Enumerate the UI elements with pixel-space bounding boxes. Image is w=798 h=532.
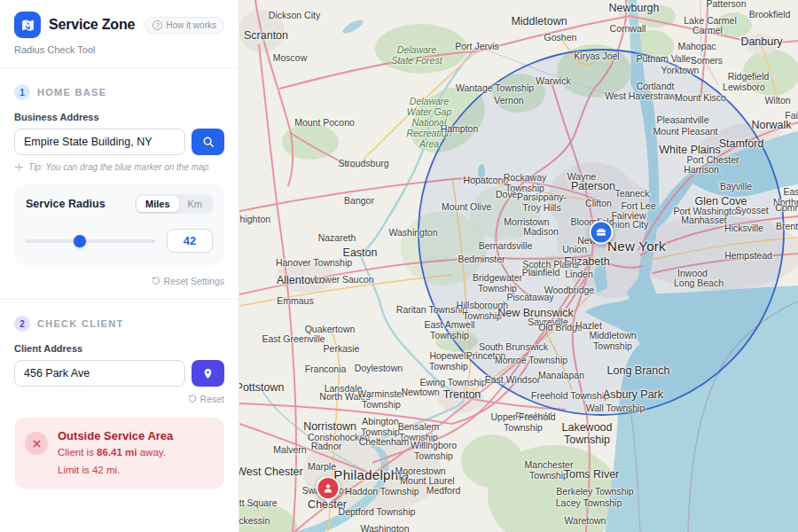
- section-title-check-client: CHECK CLIENT: [37, 318, 124, 329]
- result-distance-line: Client is 86.41 mi away.: [58, 446, 173, 460]
- unit-km-option[interactable]: Km: [179, 196, 212, 212]
- map-icon: [20, 18, 35, 33]
- unit-toggle: Miles Km: [135, 194, 213, 214]
- location-pin-icon: [202, 368, 214, 379]
- client-address-input[interactable]: [14, 360, 185, 387]
- business-address-input[interactable]: [14, 129, 185, 155]
- sidebar: Service Zone ? How it works Radius Check…: [0, 0, 239, 532]
- step-1-badge: 1: [14, 84, 30, 100]
- divider: [0, 67, 239, 68]
- map-viewport[interactable]: Dickson CityScrantonMoscowMount PoconoLe…: [239, 0, 798, 532]
- question-icon: ?: [153, 20, 162, 30]
- radius-value-input[interactable]: [167, 229, 213, 253]
- person-icon: [323, 482, 334, 494]
- slider-thumb[interactable]: [74, 235, 86, 247]
- reset-settings-link[interactable]: Reset Settings: [152, 276, 224, 286]
- radius-slider[interactable]: [26, 235, 155, 247]
- service-radius-title: Service Radius: [26, 198, 106, 210]
- reset-client-link[interactable]: Reset: [188, 394, 224, 404]
- client-address-label: Client Address: [14, 343, 224, 354]
- reset-icon: [152, 277, 160, 286]
- section-home-base: 1 HOME BASE: [14, 84, 224, 100]
- briefcase-icon: [596, 227, 607, 239]
- map-canvas: [239, 0, 798, 532]
- how-it-works-button[interactable]: ? How it works: [145, 17, 224, 34]
- locate-client-button[interactable]: [192, 360, 224, 387]
- service-radius-card: Service Radius Miles Km: [14, 184, 224, 265]
- marker-tail: [324, 498, 332, 505]
- unit-miles-option[interactable]: Miles: [137, 196, 179, 212]
- result-status: Outside Service Area: [58, 429, 173, 442]
- app-logo: [14, 12, 41, 38]
- result-panel-outside-area: Outside Service Area Client is 86.41 mi …: [14, 418, 224, 489]
- app-title: Service Zone: [49, 17, 135, 33]
- app-subtitle: Radius Check Tool: [14, 44, 224, 55]
- result-limit-line: Limit is 42 mi.: [58, 464, 173, 478]
- section-check-client: 2 CHECK CLIENT: [14, 316, 224, 332]
- divider: [0, 299, 239, 300]
- error-circle: [25, 432, 48, 455]
- business-address-label: Business Address: [14, 112, 224, 122]
- slider-track[interactable]: [26, 239, 155, 243]
- client-marker: [317, 476, 340, 505]
- reset-icon: [188, 395, 197, 403]
- drag-tip: Tip: You can drag the blue marker on the…: [14, 162, 224, 172]
- move-icon: [14, 162, 24, 172]
- home-base-marker[interactable]: [590, 221, 614, 245]
- search-button[interactable]: [192, 129, 224, 155]
- step-2-badge: 2: [14, 316, 30, 332]
- brand-header: Service Zone ? How it works: [14, 12, 224, 38]
- section-title-home-base: HOME BASE: [37, 87, 106, 98]
- search-icon: [202, 136, 215, 148]
- distance-value: 86.41 mi: [97, 447, 137, 458]
- x-icon: [32, 439, 42, 449]
- service-zone-app: Service Zone ? How it works Radius Check…: [0, 0, 798, 532]
